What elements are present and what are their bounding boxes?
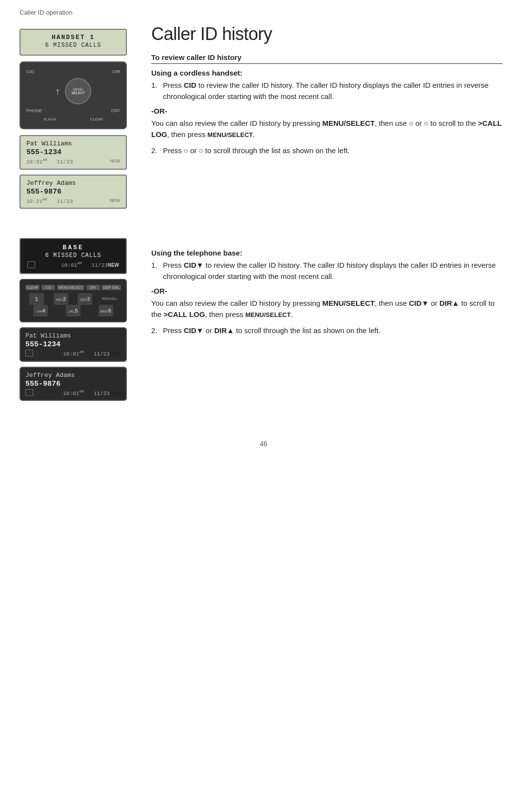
menu-select-btn: MENU/SELECT [57,285,84,290]
base-btn-row-top: CLEAR CID MENU/SELECT DIR DISP DIAL [24,285,122,290]
step-2-2-num: 2. [151,325,159,337]
step-list-2: 1. Press CID▼ to review the caller ID hi… [151,260,503,282]
select-label: SELECT [71,91,85,95]
menu-select-bold-1: MENU/SELECT [322,119,375,127]
section1-title: To review caller ID history [151,53,503,64]
menu-select-smallcaps-1: MENU/SELECT [207,131,253,139]
btn-6: MNO6 [99,305,113,317]
page-number: 46 [0,430,527,457]
menu-label: MENU [73,88,83,91]
btn-1: 1 [29,293,44,305]
or-label-1: -OR- [151,107,503,115]
section1: To review caller ID history Using a cord… [151,53,503,156]
step-1-2-text: Press ○ or ○ to scroll through the list … [163,145,349,157]
base-pat-time: 10:01AM 11/23NEW [63,350,121,357]
disp-dial-btn: DISP DIAL [101,285,121,290]
btn-2: ABC2 [54,293,68,305]
pat-name: Pat Williams [26,140,120,147]
step-1-1-text: Press CID to review the caller ID histor… [163,80,503,102]
dira-bold-1: DIR▲ [439,299,459,307]
flash-label: FLASH [43,117,56,121]
base-pat-row: · · 10:01AM 11/23NEW [25,350,121,357]
cidv-bold-2: CID▼ [409,299,429,307]
base-display-pat: Pat Williams 555-1234 · · 10:01AM 11/23N… [20,327,127,362]
base-title: BASE [27,244,119,251]
btn-3: DEF3 [78,293,92,305]
clear-label: CLEAR [90,117,103,121]
base-display-jeffrey: Jeffrey Adams 555-9876 · · 10:01AM 11/23… [20,367,127,401]
dir-btn: DIR [86,285,100,290]
clear-btn: CLEAR [25,285,40,290]
dir-label: DIR [113,69,121,74]
step-2-1: 1. Press CID▼ to review the caller ID hi… [151,260,503,282]
step-1-1: 1. Press CID to review the caller ID his… [151,80,503,102]
handset-display-missed: HANDSET 1 6 MISSED CALLS [20,29,127,56]
base-jeffrey-msg-icon: · · [25,389,33,396]
msg-icon: · · [27,261,35,268]
cid-btn: CID [41,285,55,290]
base-controls: CLEAR CID MENU/SELECT DIR DISP DIAL 1 AB… [20,279,127,322]
jeffrey-row: 10:21AM 11/23 NEW [26,197,120,204]
handset-display-pat: Pat Williams 555-1234 10:31AM 11/23 NEW [20,135,127,170]
handset-title: HANDSET 1 [26,34,120,41]
base-jeffrey-row: · · 10:01AM 11/23NEW [25,389,121,396]
jeffrey-name: Jeffrey Adams [26,179,120,187]
right-column: Caller ID history To review caller ID hi… [137,19,527,411]
controls-top-row: CID DIR [26,69,120,74]
cidv-bold-1: CID▼ [184,261,204,269]
step-2-1-text: Press CID▼ to review the caller ID histo… [163,260,503,282]
cid-bold: CID [184,81,197,89]
base-jeffrey-name: Jeffrey Adams [25,372,121,379]
base-num-row-1: 1 ABC2 DEF3 REDIAL/ [24,293,122,305]
handset-controls: CID DIR ↑ MENU SELECT PHONE OFF FLASH CL… [20,61,127,129]
or-para-1: You can also review the caller ID histor… [151,118,503,140]
or-para-2: You can also review the caller ID histor… [151,297,503,320]
step-list-1: 1. Press CID to review the caller ID his… [151,80,503,102]
step-1-2-num: 2. [151,145,159,157]
pat-number: 555-1234 [26,148,120,157]
center-dial: MENU SELECT [65,78,91,104]
base-num-row-2: GHI4 JKL5 MNO6 [24,305,122,317]
base-jeffrey-number: 555-9876 [25,380,121,388]
base-jeffrey-time: 10:01AM 11/23NEW [63,389,121,396]
up-arrow: ↑ [55,86,60,97]
handset-missed: 6 MISSED CALLS [26,42,120,49]
spacer [20,214,127,233]
menu-select-smallcaps-2: MENU/SELECT [245,311,291,318]
cidv-bold-3: CID▼ [184,326,204,335]
arrow-row: ↑ MENU SELECT [55,78,91,104]
page-title: Caller ID history [151,24,503,44]
step-list-1b: 2. Press ○ or ○ to scroll through the li… [151,145,503,157]
left-column: HANDSET 1 6 MISSED CALLS CID DIR ↑ MENU … [0,19,137,411]
btn-5: JKL5 [66,305,81,317]
step-1-2: 2. Press ○ or ○ to scroll through the li… [151,145,503,157]
step-2-2: 2. Press CID▼ or DIR▲ to scroll through … [151,325,503,337]
base-missed-time: 10:01AM 11/23NEW [61,261,119,268]
base-pat-number: 555-1234 [25,340,121,349]
pat-badge: NEW [110,158,120,163]
header-text: Caller ID operation [20,9,72,16]
base-missed-row: · · 10:01AM 11/23NEW [27,261,119,268]
base-pat-msg-icon: · · [25,350,33,356]
controls-bottom-row: FLASH CLEAR [26,117,120,121]
pat-row: 10:31AM 11/23 NEW [26,158,120,165]
base-pat-name: Pat Williams [25,332,121,339]
step-list-2b: 2. Press CID▼ or DIR▲ to scroll through … [151,325,503,337]
controls-middle-row: PHONE OFF [26,108,120,113]
jeffrey-badge: NEW [110,198,120,203]
cid-label: CID [26,69,34,74]
jeffrey-number: 555-9876 [26,188,120,196]
menu-select-bold-2: MENU/SELECT [322,299,375,307]
dira-bold-2: DIR▲ [214,326,234,335]
mid-spacer [151,161,503,249]
or-label-2: -OR- [151,287,503,295]
section2: Using the telephone base: 1. Press CID▼ … [151,249,503,336]
step-1-1-num: 1. [151,80,159,102]
pat-time: 10:31AM 11/23 [26,158,73,165]
page-header: Caller ID operation [0,0,527,19]
base-missed: 6 MISSED CALLS [27,252,119,259]
redial-btn: REDIAL/ [102,293,117,305]
phone-label: PHONE [26,108,42,113]
btn-4: GHI4 [33,305,48,317]
subsection1-title: Using a cordless handset: [151,69,503,77]
